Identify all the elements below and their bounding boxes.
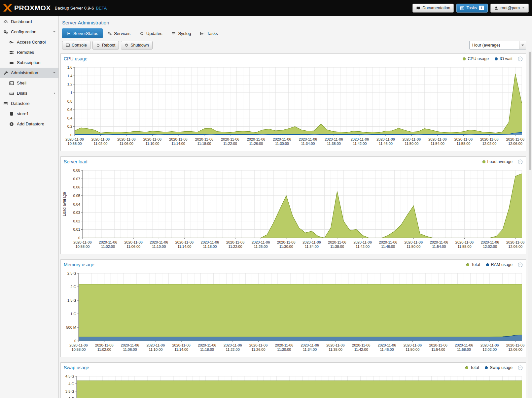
svg-text:4 G: 4 G	[68, 382, 74, 386]
svg-text:2020-11-0611:46:00: 2020-11-0611:46:00	[379, 240, 397, 249]
svg-text:2020-11-0612:06:00: 2020-11-0612:06:00	[506, 137, 524, 146]
tab-syslog[interactable]: Syslog	[167, 28, 195, 38]
console-label: Console	[72, 43, 87, 48]
collapse-panel-icon[interactable]	[518, 262, 523, 267]
cpu-usage-panel: CPU usage CPU usageIO wait 00.20.40.60.8…	[60, 53, 526, 151]
collapse-panel-icon[interactable]	[518, 56, 523, 61]
sidebar-item-administration[interactable]: Administration	[0, 68, 58, 78]
legend-item[interactable]: Swap usage	[485, 365, 513, 370]
panel-header: Memory usage TotalRAM usage	[61, 260, 526, 270]
svg-text:2020-11-0611:10:00: 2020-11-0611:10:00	[143, 137, 161, 146]
collapse-panel-icon[interactable]	[518, 365, 523, 370]
tab-bar: ServerStatusServicesUpdatesSyslogTasks	[62, 28, 532, 38]
user-icon	[494, 6, 498, 10]
tasks-button[interactable]: Tasks 1	[456, 4, 488, 13]
panel-title: Server load	[64, 159, 88, 164]
key-icon	[9, 40, 15, 45]
legend-dot-icon	[485, 366, 488, 369]
task-list-icon	[460, 6, 464, 10]
product-version: Backup Server 0.9-6	[55, 6, 94, 11]
svg-text:2020-11-0610:58:00: 2020-11-0610:58:00	[69, 343, 88, 351]
caret-down-icon	[53, 30, 56, 34]
vertical-scrollbar[interactable]	[528, 51, 532, 398]
svg-text:2020-11-0611:26:00: 2020-11-0611:26:00	[252, 240, 270, 249]
legend-item[interactable]: Load average	[482, 159, 513, 164]
sidebar-item-add-datastore[interactable]: Add Datastore	[0, 119, 58, 129]
server-load-chart: 00.010.020.030.040.050.060.070.082020-11…	[61, 167, 526, 254]
sidebar-item-store1[interactable]: store1	[0, 109, 58, 119]
legend-dot-icon	[465, 366, 468, 369]
time-range-select[interactable]: Hour (average)	[469, 41, 526, 50]
svg-text:0: 0	[74, 339, 76, 343]
sidebar-item-disks[interactable]: Disks	[0, 88, 58, 98]
tab-updates[interactable]: Updates	[135, 28, 167, 38]
legend-item[interactable]: RAM usage	[486, 262, 513, 267]
toolbar: Console Reboot Shutdown Hour (average)	[62, 41, 526, 50]
svg-text:0.8: 0.8	[67, 99, 72, 103]
swap-usage-chart: 0500 M1 G1.5 G2 G2.5 G3 G3.5 G4 G4.5 G20…	[61, 373, 526, 398]
panel-title: Memory usage	[64, 262, 94, 267]
beta-link[interactable]: BETA	[96, 6, 107, 11]
svg-text:0.05: 0.05	[73, 194, 80, 198]
tasks-label: Tasks	[466, 6, 477, 10]
chart-legend: Load average	[482, 159, 513, 164]
sidebar-item-label: Dashboard	[11, 19, 32, 24]
caret-down-icon	[53, 71, 56, 75]
svg-text:0: 0	[78, 236, 80, 240]
console-button[interactable]: Console	[62, 41, 90, 50]
sidebar-item-dashboard[interactable]: Dashboard	[0, 17, 58, 27]
svg-text:2020-11-0611:42:00: 2020-11-0611:42:00	[352, 343, 370, 351]
svg-text:2020-11-0611:46:00: 2020-11-0611:46:00	[378, 343, 396, 351]
collapse-panel-icon[interactable]	[518, 159, 523, 164]
sidebar-item-label: store1	[17, 111, 29, 116]
svg-text:3.5 G: 3.5 G	[65, 389, 74, 393]
tab-tasks[interactable]: Tasks	[195, 28, 222, 38]
legend-dot-icon	[482, 160, 485, 163]
legend-item[interactable]: IO wait	[495, 56, 513, 61]
legend-label: Total	[470, 365, 479, 370]
sidebar-item-access-control[interactable]: Access Control	[0, 37, 58, 47]
lines-icon	[171, 31, 176, 36]
time-range-value: Hour (average)	[470, 43, 519, 48]
svg-text:2020-11-0611:34:00: 2020-11-0611:34:00	[299, 137, 317, 146]
tab-services[interactable]: Services	[103, 28, 135, 38]
user-menu-button[interactable]: root@pam	[490, 4, 529, 13]
svg-text:0.2: 0.2	[67, 124, 72, 128]
shutdown-button[interactable]: Shutdown	[121, 41, 153, 50]
sidebar-item-remotes[interactable]: Remotes	[0, 47, 58, 57]
terminal-icon	[66, 43, 70, 47]
gears-icon	[107, 31, 112, 36]
proxmox-logo	[3, 4, 12, 12]
svg-text:2020-11-0611:18:00: 2020-11-0611:18:00	[195, 137, 213, 146]
database-icon	[9, 112, 15, 116]
svg-text:0: 0	[70, 133, 72, 137]
sidebar-nav: DashboardConfigurationAccess ControlRemo…	[0, 16, 59, 398]
legend-item[interactable]: Total	[466, 262, 480, 267]
sidebar-item-configuration[interactable]: Configuration	[0, 27, 58, 37]
sidebar-item-datastore[interactable]: Datastore	[0, 98, 58, 109]
legend-item[interactable]: CPU usage	[463, 56, 489, 61]
svg-text:2020-11-0611:46:00: 2020-11-0611:46:00	[376, 137, 395, 146]
app-window: PROXMOX Backup Server 0.9-6 BETA Documen…	[0, 0, 532, 398]
chart-area-icon	[67, 31, 71, 36]
sidebar-item-subscription[interactable]: Subscription	[0, 57, 58, 68]
svg-text:2020-11-0611:50:00: 2020-11-0611:50:00	[404, 343, 422, 351]
svg-text:2020-11-0611:54:00: 2020-11-0611:54:00	[428, 137, 446, 146]
legend-item[interactable]: Total	[465, 365, 479, 370]
legend-label: RAM usage	[491, 262, 513, 267]
gears-icon	[3, 30, 9, 34]
list-icon	[200, 31, 204, 36]
sidebar-item-shell[interactable]: Shell	[0, 78, 58, 88]
svg-text:2020-11-0611:30:00: 2020-11-0611:30:00	[277, 240, 295, 249]
documentation-button[interactable]: Documentation	[412, 4, 454, 13]
svg-text:1 G: 1 G	[70, 312, 76, 316]
scrollbar-thumb[interactable]	[529, 52, 531, 170]
tab-label: Services	[114, 31, 130, 36]
svg-text:2 G: 2 G	[70, 285, 76, 289]
sidebar-item-label: Disks	[17, 91, 27, 96]
reboot-button[interactable]: Reboot	[92, 41, 119, 50]
svg-text:2020-11-0612:06:00: 2020-11-0612:06:00	[506, 343, 524, 351]
tab-serverstatus[interactable]: ServerStatus	[62, 28, 103, 38]
svg-text:2020-11-0611:54:00: 2020-11-0611:54:00	[429, 343, 447, 351]
chart-panels: CPU usage CPU usageIO wait 00.20.40.60.8…	[60, 53, 526, 398]
